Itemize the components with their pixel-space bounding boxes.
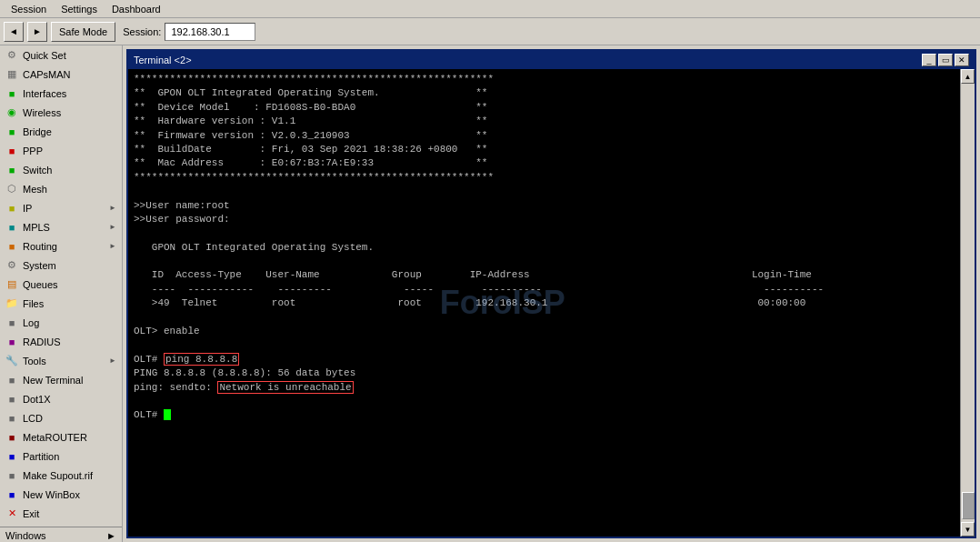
exit-icon: ✕ — [5, 507, 18, 520]
sidebar-item-quick-set[interactable]: ⚙ Quick Set — [0, 45, 122, 65]
sidebar-item-dot1x[interactable]: ■ Dot1X — [0, 389, 122, 408]
metarouter-icon: ■ — [5, 431, 18, 444]
unreachable-highlight: Network is unreachable — [217, 381, 353, 394]
tools-icon: 🔧 — [5, 355, 18, 367]
sidebar-item-log[interactable]: ■ Log — [0, 313, 122, 332]
sidebar-item-new-terminal[interactable]: ■ New Terminal — [0, 370, 122, 389]
sidebar-label-make-supout: Make Supout.rif — [23, 470, 93, 481]
sidebar-label-capsman: CAPsMAN — [23, 69, 71, 80]
sidebar-item-new-winbox[interactable]: ■ New WinBox — [0, 485, 122, 504]
terminal-cursor — [164, 409, 171, 420]
make-supout-icon: ■ — [5, 469, 18, 482]
sidebar-label-exit: Exit — [23, 508, 39, 519]
scroll-down-button[interactable]: ▼ — [961, 522, 975, 537]
sidebar-label-switch: Switch — [23, 165, 52, 176]
terminal-minimize-button[interactable]: _ — [922, 54, 936, 66]
terminal-restore-button[interactable]: ▭ — [938, 54, 953, 66]
back-button[interactable]: ◄ — [4, 22, 24, 42]
sidebar-label-queues: Queues — [23, 279, 58, 290]
sidebar-label-log: Log — [23, 317, 39, 328]
sidebar-label-ppp: PPP — [23, 146, 43, 156]
windows-label: Windows — [5, 530, 46, 541]
main-layout: ⚙ Quick Set ▦ CAPsMAN ■ Interfaces ◉ Wir… — [0, 45, 980, 542]
switch-icon: ■ — [5, 164, 18, 176]
session-value: 192.168.30.1 — [165, 23, 255, 41]
menu-session[interactable]: Session — [4, 2, 54, 16]
mpls-icon: ■ — [5, 221, 18, 234]
sidebar-item-partition[interactable]: ■ Partition — [0, 447, 122, 466]
scroll-track[interactable] — [961, 84, 975, 522]
sidebar-item-lcd[interactable]: ■ LCD — [0, 408, 122, 427]
sidebar-item-ip[interactable]: ■ IP ► — [0, 198, 122, 217]
sidebar-item-switch[interactable]: ■ Switch — [0, 160, 122, 179]
content-area: Terminal <2> _ ▭ ✕ *********************… — [123, 45, 980, 542]
sidebar-item-capsman[interactable]: ▦ CAPsMAN — [0, 65, 122, 84]
sidebar-item-exit[interactable]: ✕ Exit — [0, 504, 122, 523]
dot1x-icon: ■ — [5, 393, 18, 406]
sidebar-item-metarouter[interactable]: ■ MetaROUTER — [0, 427, 122, 447]
bridge-icon: ■ — [5, 125, 18, 138]
terminal-output: ****************************************… — [134, 73, 955, 423]
windows-section[interactable]: Windows ► — [0, 527, 122, 542]
capsman-icon: ▦ — [5, 68, 18, 81]
sidebar-label-system: System — [23, 260, 56, 271]
partition-icon: ■ — [5, 450, 18, 463]
terminal-body[interactable]: ****************************************… — [128, 69, 960, 537]
windows-arrow-icon: ► — [106, 530, 116, 541]
sidebar: ⚙ Quick Set ▦ CAPsMAN ■ Interfaces ◉ Wir… — [0, 45, 123, 542]
sidebar-label-radius: RADIUS — [23, 336, 61, 347]
sidebar-item-mesh[interactable]: ⬡ Mesh — [0, 179, 122, 198]
sidebar-item-radius[interactable]: ■ RADIUS — [0, 332, 122, 351]
sidebar-label-lcd: LCD — [23, 413, 43, 424]
sidebar-label-new-terminal: New Terminal — [23, 375, 83, 386]
sidebar-item-make-supout[interactable]: ■ Make Supout.rif — [0, 466, 122, 485]
sidebar-item-routing[interactable]: ■ Routing ► — [0, 236, 122, 256]
sidebar-label-ip: IP — [23, 203, 32, 214]
sidebar-item-mpls[interactable]: ■ MPLS ► — [0, 217, 122, 236]
sidebar-item-queues[interactable]: ▤ Queues — [0, 275, 122, 294]
mpls-arrow-icon: ► — [109, 223, 116, 231]
lcd-icon: ■ — [5, 412, 18, 425]
sidebar-label-quick-set: Quick Set — [23, 50, 66, 61]
sidebar-item-files[interactable]: 📁 Files — [0, 294, 122, 313]
sidebar-label-dot1x: Dot1X — [23, 394, 51, 405]
sidebar-label-metarouter: MetaROUTER — [23, 432, 87, 443]
sidebar-item-bridge[interactable]: ■ Bridge — [0, 122, 122, 141]
sidebar-item-tools[interactable]: 🔧 Tools ► — [0, 351, 122, 370]
ping-command-highlight: ping 8.8.8.8 — [164, 353, 239, 366]
sidebar-item-interfaces[interactable]: ■ Interfaces — [0, 84, 122, 103]
menu-settings[interactable]: Settings — [54, 2, 105, 16]
mesh-icon: ⬡ — [5, 183, 18, 196]
terminal-controls: _ ▭ ✕ — [922, 54, 969, 66]
sidebar-label-bridge: Bridge — [23, 126, 52, 137]
sidebar-label-partition: Partition — [23, 451, 59, 462]
quick-set-icon: ⚙ — [5, 49, 18, 62]
sidebar-item-wireless[interactable]: ◉ Wireless — [0, 103, 122, 122]
routing-arrow-icon: ► — [109, 242, 116, 250]
sidebar-label-wireless: Wireless — [23, 107, 61, 118]
sidebar-item-system[interactable]: ⚙ System — [0, 256, 122, 275]
safe-mode-button[interactable]: Safe Mode — [51, 22, 115, 42]
wireless-icon: ◉ — [5, 106, 18, 119]
terminal-close-button[interactable]: ✕ — [955, 54, 969, 66]
new-winbox-icon: ■ — [5, 488, 18, 501]
menu-dashboard[interactable]: Dashboard — [105, 2, 168, 16]
sidebar-label-mpls: MPLS — [23, 222, 50, 233]
terminal-title: Terminal <2> — [134, 55, 192, 65]
system-icon: ⚙ — [5, 259, 18, 272]
terminal-titlebar: Terminal <2> _ ▭ ✕ — [128, 51, 975, 69]
radius-icon: ■ — [5, 336, 18, 348]
routing-icon: ■ — [5, 240, 18, 253]
terminal-content-row: ****************************************… — [128, 69, 975, 537]
scroll-thumb[interactable] — [962, 492, 975, 519]
sidebar-label-interfaces: Interfaces — [23, 88, 66, 99]
sidebar-item-ppp[interactable]: ■ PPP — [0, 141, 122, 160]
queues-icon: ▤ — [5, 278, 18, 291]
scroll-up-button[interactable]: ▲ — [961, 69, 975, 84]
ip-icon: ■ — [5, 202, 18, 215]
interfaces-icon: ■ — [5, 87, 18, 100]
forward-button[interactable]: ► — [27, 22, 47, 42]
new-terminal-icon: ■ — [5, 374, 18, 386]
session-label: Session: — [123, 26, 161, 37]
terminal-window: Terminal <2> _ ▭ ✕ *********************… — [126, 49, 976, 538]
